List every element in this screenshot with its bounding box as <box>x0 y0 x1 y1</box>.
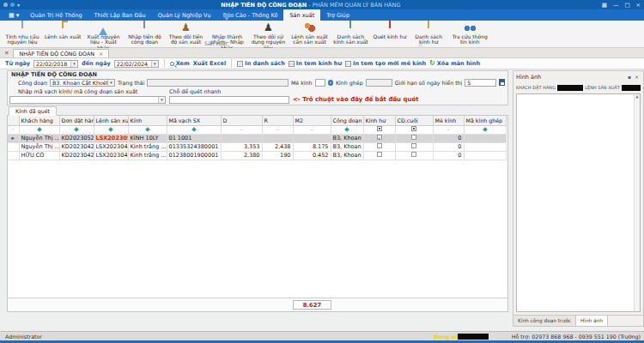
filter-cell[interactable] <box>94 125 128 134</box>
close-button[interactable]: × <box>636 2 641 9</box>
filter-cell[interactable] <box>331 125 363 134</box>
cell-cong-doan[interactable]: B3, Khoan ... <box>331 134 363 142</box>
filter-cell[interactable]: – <box>262 125 293 134</box>
theme-icon[interactable]: ▦ <box>602 2 607 9</box>
col-r[interactable]: R <box>262 116 293 125</box>
filter-cell[interactable] <box>363 125 395 134</box>
checkbox[interactable] <box>411 135 416 140</box>
col-ma-vach-sx[interactable]: Mã vạch SX <box>167 116 221 125</box>
btn-lenh-san-xuat[interactable]: Lệnh sản xuất <box>43 21 82 40</box>
chevron-down-icon[interactable]: ▾ <box>107 80 114 86</box>
barcode-combo[interactable]: ▾ <box>9 96 166 104</box>
close-icon[interactable]: × <box>633 74 641 80</box>
cell-kinh-hu[interactable] <box>363 151 395 159</box>
col-cd-cuoi[interactable]: CĐ.cuối <box>395 116 433 125</box>
filter-cell[interactable]: – <box>293 125 331 134</box>
cell-lenh-san-xuat[interactable]: LSX20230424-0... <box>94 151 128 159</box>
pin-icon[interactable]: ▪ <box>626 74 633 80</box>
clear-screen-button[interactable]: ↻Xóa màn hình <box>429 60 480 67</box>
cell-cd-cuoi[interactable] <box>395 151 433 159</box>
print-new-batch-label-button[interactable]: In tem tạo mới mẻ kính <box>345 60 426 67</box>
quick-access-icon[interactable] <box>10 3 15 7</box>
view-button[interactable]: Xem <box>170 60 190 67</box>
cell-cong-doan[interactable]: B3, Khoan ... <box>331 142 363 151</box>
cell-r[interactable]: 2,438 <box>262 142 293 151</box>
col-kinh-hu[interactable]: Kính hư <box>363 116 395 125</box>
cell-don-dat-hang[interactable]: KD20230522-0... <box>59 134 94 142</box>
tab-kinh-da-quet[interactable]: Kính đã quét <box>9 106 57 116</box>
table-row[interactable]: Nguyễn Thị ... KD20230427-0... LSX202304… <box>8 142 506 151</box>
app-menu-button[interactable]: ▦ ▾ <box>3 9 24 21</box>
cell-kinh[interactable]: KÍNH 10LY <box>128 134 167 142</box>
table-row[interactable]: ▸ Nguyễn Thị ... KD20230522-0... LSX2023… <box>8 134 506 142</box>
filter-cell[interactable] <box>59 125 94 134</box>
tab-quan-ly-nghiep-vu[interactable]: Quản Lý Nghiệp Vụ <box>152 9 217 21</box>
batch-lookup-icon[interactable] <box>328 80 333 86</box>
cell-lenh-san-xuat-highlighted[interactable]: LSX2023052... <box>94 134 128 142</box>
cell-cong-doan[interactable]: B3, Khoan ... <box>331 151 363 159</box>
from-date-input[interactable]: 22/02/2018▾ <box>33 60 78 68</box>
col-ma-kinh-ghep[interactable]: Mã kính ghép <box>464 116 506 125</box>
cell-cd-cuoi[interactable] <box>395 142 433 151</box>
display-days-limit-input[interactable]: 5 <box>465 79 495 87</box>
tab-close-icon[interactable]: × <box>99 51 103 57</box>
checkbox[interactable] <box>377 143 382 148</box>
quick-scan-input[interactable] <box>169 96 289 104</box>
filter-cell[interactable]: – <box>433 125 464 134</box>
tab-hinh-anh[interactable]: Hình ảnh <box>576 316 608 326</box>
tab-san-xuat[interactable]: Sản xuất <box>283 9 320 21</box>
print-broken-glass-label-button[interactable]: In tem kính hư <box>289 60 342 67</box>
cell-r[interactable] <box>262 134 293 142</box>
document-tab-active[interactable]: NHẬP TIẾN ĐỘ CÔNG ĐOẠN × <box>13 49 109 57</box>
filter-cell[interactable] <box>19 125 59 134</box>
cell-d[interactable] <box>221 134 262 142</box>
col-m2[interactable]: M2 <box>293 116 331 125</box>
tab-thiet-lap-ban-dau[interactable]: Thiết Lập Ban Đầu <box>88 9 152 21</box>
cell-cd-cuoi[interactable] <box>395 134 433 142</box>
table-row[interactable]: HỮU CÓ KD20230424-0... LSX20230424-0... … <box>8 151 506 159</box>
to-date-input[interactable]: 22/02/2024▾ <box>114 60 159 68</box>
stage-combo[interactable]: B3. Khoan Cắt Khoét Lỗ▾ <box>50 79 115 87</box>
cell-khach-hang[interactable]: Nguyễn Thị ... <box>19 134 59 142</box>
cell-lenh-san-xuat[interactable]: LSX20230427-0... <box>94 142 128 151</box>
cell-me-kinh[interactable]: 0 <box>433 151 464 159</box>
cell-don-dat-hang[interactable]: KD20230427-0... <box>59 142 94 151</box>
checkbox[interactable] <box>377 152 382 157</box>
cell-khach-hang[interactable]: Nguyễn Thị ... <box>19 142 59 151</box>
cell-d[interactable]: 2,380 <box>221 151 262 159</box>
cell-ma-kinh-ghep[interactable] <box>464 151 506 159</box>
tab-kinh-cong-doan-truoc[interactable]: Kính công đoạn trước <box>513 316 576 326</box>
cell-ma-vach[interactable]: 01 1001 <box>167 134 221 142</box>
cell-ma-kinh-ghep[interactable] <box>464 134 506 142</box>
cell-kinh[interactable]: Kính trắng ... <box>128 142 167 151</box>
close-all-tabs-icon[interactable]: ✕ <box>0 50 13 57</box>
btn-theo-doi-tien-do-san-xuat[interactable]: ♟Theo dõi tiến độ sản xuất <box>165 21 206 46</box>
maximize-button[interactable]: □ <box>624 2 629 9</box>
ribbon-group-dialog-launcher[interactable]: ◿ <box>418 40 422 46</box>
cell-m2[interactable] <box>293 134 331 142</box>
cell-d[interactable]: 3,353 <box>221 142 262 151</box>
checkbox[interactable] <box>411 143 416 148</box>
cell-r[interactable]: 190 <box>262 151 293 159</box>
minimize-button[interactable]: — <box>613 2 619 9</box>
btn-lenh-san-xuat-can-san-xuat[interactable]: Lệnh sản xuất cần sản xuất <box>289 21 330 46</box>
btn-tra-cuu-thong-tin-kinh[interactable]: Tra cứu thông tin kính <box>449 21 490 46</box>
checkbox[interactable] <box>377 135 382 140</box>
tab-tro-giup[interactable]: Trợ Giúp <box>320 9 355 21</box>
print-list-button[interactable]: In danh sách <box>237 60 285 67</box>
btn-quet-kinh-hu[interactable]: Quét kính hư <box>371 21 408 40</box>
col-khach-hang[interactable]: Khách hàng <box>19 116 59 125</box>
cell-khach-hang[interactable]: HỮU CÓ <box>19 151 59 159</box>
col-don-dat-hang[interactable]: Đơn đặt hàng <box>59 116 94 125</box>
chevron-down-icon[interactable]: ▾ <box>151 61 158 67</box>
cell-ma-kinh-ghep[interactable] <box>464 142 506 151</box>
cell-m2[interactable]: 0.452 <box>293 151 331 159</box>
filter-cell[interactable] <box>167 125 221 134</box>
cell-me-kinh[interactable]: 0 <box>433 142 464 151</box>
checkbox[interactable] <box>411 152 416 157</box>
cell-m2[interactable]: 8.175 <box>293 142 331 151</box>
cell-ma-vach[interactable]: 01335324380001 <box>167 142 221 151</box>
col-me-kinh[interactable]: Mẻ kính <box>433 116 464 125</box>
chevron-down-icon[interactable]: ▾ <box>70 61 77 67</box>
col-lenh-san-xuat[interactable]: Lệnh sản xuất <box>94 116 128 125</box>
